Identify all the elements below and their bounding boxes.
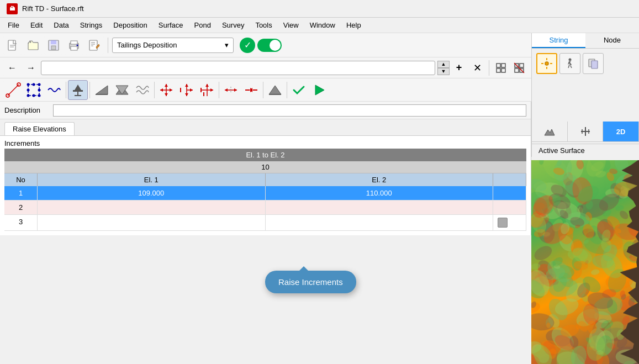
increments-label: Increments <box>4 139 40 147</box>
table-row[interactable]: 2 <box>4 201 526 215</box>
menu-tools[interactable]: Tools <box>250 19 277 31</box>
save-button[interactable] <box>44 36 63 55</box>
ns-icons-group <box>532 49 639 78</box>
terrain-view-btn[interactable] <box>532 122 568 141</box>
increments-section: Increments <box>0 136 531 149</box>
app-icon: 🏔 <box>7 3 18 14</box>
tab-string[interactable]: String <box>532 33 585 48</box>
node-select-icon[interactable] <box>536 53 557 74</box>
print-button[interactable] <box>65 36 83 55</box>
node-walk-icon[interactable] <box>559 53 580 74</box>
svg-marker-80 <box>225 88 228 92</box>
active-surface-row: Active Surface <box>531 144 639 157</box>
2d-label: 2D <box>616 128 626 136</box>
svg-rect-31 <box>497 64 500 67</box>
add-button[interactable]: + <box>450 60 468 76</box>
mound-tool-btn[interactable] <box>265 80 285 100</box>
toolbar2: ← → ▲ ▼ + ✕ <box>0 57 531 78</box>
move-all-btn[interactable] <box>156 80 176 100</box>
table-row[interactable]: 3 <box>4 215 526 231</box>
slope-tool-btn[interactable] <box>92 80 112 100</box>
col-no: No <box>4 173 38 186</box>
grid2-button[interactable] <box>510 60 528 76</box>
move-h-btn[interactable] <box>177 80 197 100</box>
cell-no-1: 1 <box>4 186 38 200</box>
menu-survey[interactable]: Survey <box>216 19 250 31</box>
table-row[interactable]: 1 109.000 110.000 <box>4 186 526 201</box>
title-bar: 🏔 Rift TD - Surface.rft <box>0 0 639 18</box>
svg-point-21 <box>569 59 572 61</box>
menu-help[interactable]: Help <box>341 19 367 31</box>
svg-point-16 <box>545 62 548 65</box>
svg-line-39 <box>514 63 524 73</box>
down-button[interactable]: ▼ <box>437 68 450 75</box>
remove-button[interactable]: ✕ <box>468 60 486 76</box>
draw-sep4 <box>219 82 219 98</box>
col-header-row: No El. 1 El. 2 <box>4 173 526 186</box>
col-el1: El. 1 <box>38 173 266 186</box>
up-button[interactable]: ▲ <box>437 61 450 68</box>
center-tool-btn[interactable] <box>197 80 217 100</box>
svg-marker-64 <box>160 88 163 92</box>
cell-el2-3 <box>266 215 494 230</box>
svg-marker-26 <box>545 129 554 135</box>
main-content: Description Raise Elevations Increments … <box>0 102 531 235</box>
back-button[interactable]: ← <box>3 60 21 76</box>
deposition-dropdown[interactable]: Tailings Deposition ▾ <box>112 38 234 53</box>
node-copy-icon[interactable] <box>583 53 604 74</box>
svg-marker-56 <box>96 86 108 94</box>
svg-rect-7 <box>51 46 56 50</box>
menu-file[interactable]: File <box>2 19 25 31</box>
forward-button[interactable]: → <box>22 60 40 76</box>
select-box-btn[interactable] <box>24 80 44 100</box>
check-circle-btn[interactable]: ✓ <box>240 38 255 53</box>
edit-button[interactable] <box>85 36 104 55</box>
toolbar2-sep <box>489 60 489 76</box>
svg-line-22 <box>568 65 569 68</box>
wave2-tool-btn[interactable] <box>133 80 152 100</box>
wave-tool-btn[interactable] <box>44 80 64 100</box>
svg-point-4 <box>30 41 31 43</box>
raise-tool-btn[interactable] <box>68 80 88 100</box>
cut-tool-btn[interactable] <box>112 80 132 100</box>
svg-point-46 <box>27 94 30 97</box>
svg-rect-6 <box>51 40 56 44</box>
spread-tool-btn[interactable] <box>221 80 241 100</box>
svg-marker-81 <box>234 88 237 92</box>
menu-view[interactable]: View <box>278 19 304 31</box>
map-panel <box>531 160 639 364</box>
menu-pond[interactable]: Pond <box>189 19 216 31</box>
svg-marker-88 <box>315 85 324 95</box>
cell-el2-1: 110.000 <box>266 186 494 200</box>
new-button[interactable] <box>3 36 22 55</box>
line-tool-btn[interactable] <box>3 80 23 100</box>
2d-view-btn[interactable]: 2D <box>603 122 639 141</box>
raise-elevations-tab[interactable]: Raise Elevations <box>4 122 75 135</box>
svg-marker-70 <box>190 88 193 92</box>
toggle-switch[interactable] <box>257 39 282 52</box>
description-input[interactable] <box>53 104 526 117</box>
menu-strings[interactable]: Strings <box>75 19 108 31</box>
open-button[interactable] <box>24 36 43 55</box>
cell-el1-1: 109.000 <box>38 186 266 200</box>
path-input[interactable] <box>41 61 435 75</box>
menu-surface[interactable]: Surface <box>153 19 189 31</box>
count-row: 10 <box>4 161 526 173</box>
tab-node[interactable]: Node <box>585 33 639 48</box>
grid1-button[interactable] <box>492 60 510 76</box>
svg-point-45 <box>38 83 41 86</box>
svg-line-41 <box>8 85 19 96</box>
toolbar3 <box>0 78 531 102</box>
menu-deposition[interactable]: Deposition <box>108 19 152 31</box>
active-surface-label: Active Surface <box>538 146 585 155</box>
play-btn[interactable] <box>309 80 329 100</box>
menu-edit[interactable]: Edit <box>25 19 48 31</box>
menu-window[interactable]: Window <box>304 19 341 31</box>
tooltip-text: Raise Increments <box>278 277 343 287</box>
svg-point-11 <box>77 44 78 46</box>
flip-tool-btn[interactable] <box>241 80 261 100</box>
check-btn[interactable] <box>289 80 309 100</box>
menu-data[interactable]: Data <box>48 19 74 31</box>
cell-no-2: 2 <box>4 201 38 214</box>
section-view-btn[interactable] <box>568 122 604 141</box>
